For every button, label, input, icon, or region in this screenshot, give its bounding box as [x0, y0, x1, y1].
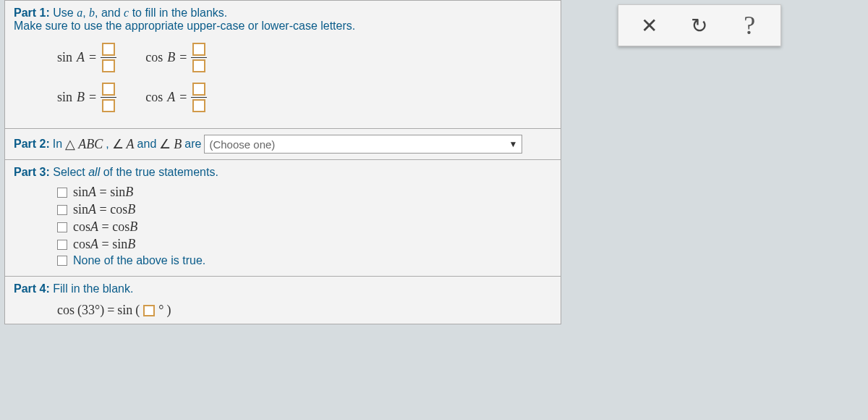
fraction-input — [191, 83, 207, 112]
checkbox[interactable] — [57, 205, 67, 215]
reset-button[interactable]: ↻ — [682, 9, 717, 41]
toolbar: ✕ ↻ ? — [618, 4, 781, 46]
fraction-input — [101, 43, 116, 72]
numerator-input[interactable] — [102, 83, 115, 96]
equation-row-1: sinA = cosB = — [57, 43, 552, 72]
angle-input[interactable] — [143, 305, 155, 316]
chevron-down-icon: ▼ — [509, 139, 518, 149]
part-4-section: Part 4: Fill in the blank. cos(33°) = si… — [4, 277, 561, 324]
checkbox-option: sinA = cosB — [57, 202, 552, 217]
part-3-section: Part 3: Select all of the true statement… — [4, 160, 561, 277]
denominator-input[interactable] — [102, 99, 115, 112]
part-4-instructions: Part 4: Fill in the blank. — [14, 282, 552, 295]
denominator-input[interactable] — [192, 99, 205, 112]
dropdown-placeholder: (Choose one) — [209, 138, 275, 151]
checkbox-option: sinA = sinB — [57, 185, 552, 200]
part-3-instructions: Part 3: Select all of the true statement… — [14, 166, 552, 179]
numerator-input[interactable] — [192, 83, 205, 96]
numerator-input[interactable] — [102, 43, 115, 56]
numerator-input[interactable] — [192, 43, 205, 56]
eq-cos-a: cosA = — [145, 83, 207, 112]
close-icon: ✕ — [641, 14, 658, 38]
reset-icon: ↻ — [691, 14, 707, 38]
part-4-label: Part 4: — [14, 282, 50, 295]
help-button[interactable]: ? — [732, 9, 767, 41]
checkbox[interactable] — [57, 222, 67, 232]
checkbox[interactable] — [57, 188, 67, 198]
checkbox-list: sinA = sinB sinA = cosB cosA = cosB cosA… — [57, 185, 552, 267]
fraction-input — [191, 43, 207, 72]
part-1-section: Part 1: Use a, b, and c to fill in the b… — [4, 0, 561, 129]
checkbox[interactable] — [57, 256, 67, 266]
denominator-input[interactable] — [102, 59, 115, 72]
checkbox-option-none: None of the above is true. — [57, 254, 552, 267]
checkbox-option: cosA = cosB — [57, 219, 552, 235]
checkbox-option: cosA = sinB — [57, 237, 552, 252]
eq-cos-b: cosB = — [145, 43, 207, 72]
part-4-equation: cos(33°) = sin(°) — [57, 303, 552, 318]
eq-sin-a: sinA = — [57, 43, 116, 72]
fraction-input — [101, 83, 116, 112]
eq-sin-b: sinB = — [57, 83, 116, 112]
close-button[interactable]: ✕ — [632, 9, 667, 41]
relationship-dropdown[interactable]: (Choose one) ▼ — [204, 135, 522, 154]
part-2-label: Part 2: — [14, 138, 50, 151]
equation-row-2: sinB = cosA = — [57, 83, 552, 112]
part-3-label: Part 3: — [14, 166, 50, 178]
main-panel: Part 1: Use a, b, and c to fill in the b… — [4, 0, 561, 324]
part-2-section: Part 2: In △ABC, ∠A and ∠B are (Choose o… — [4, 129, 561, 160]
checkbox[interactable] — [57, 240, 67, 250]
part-1-instructions: Part 1: Use a, b, and c to fill in the b… — [14, 7, 552, 33]
part-1-label: Part 1: — [14, 7, 50, 19]
help-icon: ? — [744, 10, 755, 41]
denominator-input[interactable] — [192, 59, 205, 72]
